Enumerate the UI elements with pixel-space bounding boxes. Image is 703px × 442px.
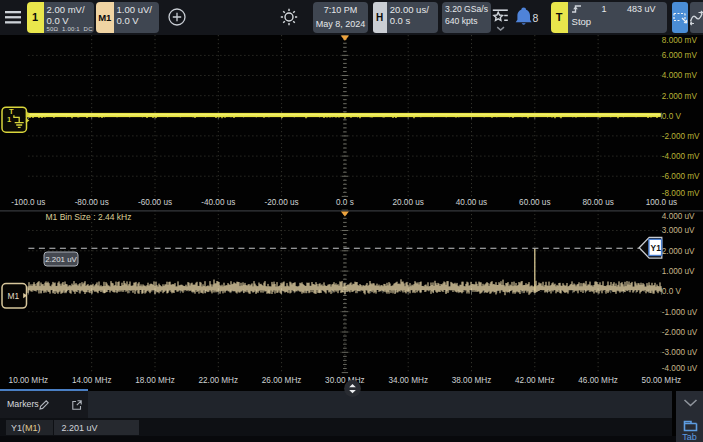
svg-text:40.00 us: 40.00 us — [456, 198, 487, 207]
svg-text:10.00 MHz: 10.00 MHz — [9, 376, 49, 385]
svg-text:8: 8 — [533, 12, 539, 24]
svg-text:2.000 mV: 2.000 mV — [662, 92, 698, 101]
svg-text:4.000 uV: 4.000 uV — [662, 212, 695, 221]
svg-text:0.0 V: 0.0 V — [662, 287, 682, 296]
svg-text:-60.00 us: -60.00 us — [138, 198, 172, 207]
svg-text:M1: M1 — [8, 291, 20, 301]
svg-text:14.00 MHz: 14.00 MHz — [72, 376, 112, 385]
svg-text:38.00 MHz: 38.00 MHz — [452, 376, 492, 385]
svg-text:2.000 uV: 2.000 uV — [662, 247, 695, 256]
svg-text:6.000 mV: 6.000 mV — [662, 51, 698, 60]
svg-text:22.00 MHz: 22.00 MHz — [199, 376, 239, 385]
svg-text:-8.000 mV: -8.000 mV — [662, 189, 700, 198]
svg-text:8.000 mV: 8.000 mV — [662, 36, 698, 45]
svg-text:-1.000 uV: -1.000 uV — [662, 308, 698, 317]
svg-text:-100.0 us: -100.0 us — [11, 198, 45, 207]
svg-text:-3.000 uV: -3.000 uV — [662, 348, 698, 357]
svg-text:M1 Bin Size : 2.44 kHz: M1 Bin Size : 2.44 kHz — [46, 212, 132, 222]
svg-text:-4.000 mV: -4.000 mV — [662, 152, 700, 161]
svg-text:34.00 MHz: 34.00 MHz — [388, 376, 428, 385]
svg-text:-80.00 us: -80.00 us — [75, 198, 109, 207]
svg-text:100.0 us: 100.0 us — [646, 198, 677, 207]
svg-text:20.00 us: 20.00 us — [392, 198, 423, 207]
svg-text:-40.00 us: -40.00 us — [201, 198, 235, 207]
svg-text:-4.000 uV: -4.000 uV — [662, 364, 698, 373]
svg-text:4.000 mV: 4.000 mV — [662, 71, 698, 80]
svg-text:0.0 V: 0.0 V — [662, 112, 682, 121]
svg-text:1: 1 — [7, 115, 11, 124]
svg-text:-6.000 mV: -6.000 mV — [662, 172, 700, 181]
svg-text:Y1: Y1 — [651, 243, 662, 253]
svg-text:42.00 MHz: 42.00 MHz — [515, 376, 555, 385]
svg-text:2.201 uV: 2.201 uV — [45, 255, 77, 264]
svg-text:80.00 us: 80.00 us — [582, 198, 613, 207]
svg-text:-2.000 uV: -2.000 uV — [662, 328, 698, 337]
svg-text:18.00 MHz: 18.00 MHz — [135, 376, 175, 385]
svg-text:-20.00 us: -20.00 us — [265, 198, 299, 207]
svg-text:60.00 us: 60.00 us — [519, 198, 550, 207]
svg-text:50.00 MHz: 50.00 MHz — [642, 376, 682, 385]
svg-text:-2.000 mV: -2.000 mV — [662, 132, 700, 141]
svg-text:46.00 MHz: 46.00 MHz — [578, 376, 618, 385]
svg-text:26.00 MHz: 26.00 MHz — [262, 376, 302, 385]
svg-text:0.0 s: 0.0 s — [336, 198, 354, 207]
svg-text:1.000 uV: 1.000 uV — [662, 267, 695, 276]
svg-text:3.000 uV: 3.000 uV — [662, 226, 695, 235]
